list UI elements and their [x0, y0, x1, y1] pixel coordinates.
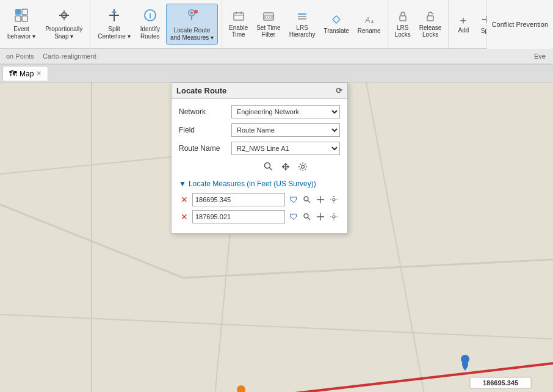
- conflict-prevention-label: Conflict Prevention: [486, 0, 553, 49]
- panel-settings-icon[interactable]: ⟳: [336, 86, 342, 95]
- lrs-hierarchy-icon: [297, 11, 308, 23]
- proportionally-snap-label: Proportionally Snap ▾: [45, 26, 82, 40]
- svg-point-53: [333, 198, 335, 201]
- svg-text:A: A: [364, 15, 370, 24]
- measure2-shield-icon[interactable]: 🛡: [287, 211, 300, 223]
- network-select[interactable]: Engineering Network: [231, 105, 340, 118]
- measure1-settings-icon[interactable]: [328, 194, 340, 206]
- split-centerline-label: Split Centerline ▾: [98, 26, 130, 40]
- add-button[interactable]: ＋ Add: [452, 13, 474, 35]
- rename-icon: A: [364, 14, 375, 26]
- svg-rect-2: [15, 16, 21, 21]
- measure2-pan-icon[interactable]: [314, 211, 327, 223]
- measure2-settings-icon[interactable]: [328, 211, 340, 223]
- measure1-input[interactable]: [192, 193, 285, 206]
- identify-routes-icon: i: [143, 8, 157, 24]
- panel-icon-row: [179, 160, 340, 173]
- field-row: Field Route Name: [179, 123, 340, 137]
- map-icon: 🗺: [9, 69, 17, 78]
- measures-section-header[interactable]: ▼ Locate Measures (in Feet (US Survey)): [179, 180, 340, 188]
- set-time-filter-button[interactable]: 00:00 Set Time Filter: [253, 10, 283, 39]
- event-behavior-button[interactable]: Event behavior ▾: [4, 5, 39, 43]
- measure1-pan-icon[interactable]: [314, 194, 327, 206]
- field-label: Field: [179, 126, 228, 134]
- measure1-delete[interactable]: ✕: [179, 195, 190, 205]
- proportionally-snap-icon: [57, 8, 71, 24]
- measure2-icons: 🛡: [287, 211, 340, 223]
- map-tabbar: 🗺 Map ✕: [0, 65, 553, 82]
- svg-rect-31: [427, 16, 433, 21]
- svg-rect-1: [22, 9, 27, 15]
- enable-time-icon: [233, 11, 244, 23]
- measure2-input[interactable]: [192, 210, 285, 223]
- time-group: Enable Time 00:00 Set Time Filter LRS H: [222, 0, 388, 48]
- measure2-search-icon[interactable]: [301, 211, 313, 223]
- release-locks-icon: [425, 11, 436, 23]
- network-label: Network: [179, 107, 228, 116]
- svg-line-52: [308, 201, 311, 203]
- set-time-filter-icon: 00:00: [263, 11, 274, 23]
- route-name-row: Route Name R2_NWS Line A1: [179, 142, 340, 155]
- panel-title: Locate Route: [176, 86, 226, 95]
- locate-route-button[interactable]: Locate Route and Measures ▾: [166, 4, 218, 45]
- settings-icon[interactable]: [296, 160, 309, 173]
- svg-point-45: [461, 355, 469, 363]
- svg-rect-3: [22, 16, 27, 21]
- release-locks-button[interactable]: Release Locks: [416, 10, 445, 39]
- proportionally-snap-button[interactable]: Proportionally Snap ▾: [42, 5, 86, 43]
- search-icon[interactable]: [262, 160, 275, 173]
- measures-label: Locate Measures (in Feet (US Survey)): [189, 180, 316, 188]
- field-select[interactable]: Route Name: [231, 123, 340, 137]
- pan-icon[interactable]: [279, 160, 292, 173]
- translate-icon: [331, 14, 342, 26]
- measure2-delete[interactable]: ✕: [179, 212, 190, 222]
- svg-point-48: [265, 163, 270, 169]
- release-locks-label: Release Locks: [419, 24, 442, 38]
- map-tab[interactable]: 🗺 Map ✕: [2, 66, 48, 81]
- translate-button[interactable]: Translate: [320, 13, 352, 35]
- map-tab-label: Map: [20, 70, 34, 78]
- set-time-filter-label: Set Time Filter: [256, 24, 280, 38]
- translate-label: Translate: [323, 27, 349, 34]
- route-name-select[interactable]: R2_NWS Line A1: [231, 142, 340, 155]
- svg-point-56: [333, 216, 335, 218]
- on-points-tab[interactable]: on Points: [2, 53, 38, 60]
- map-area: R2_NWS Line A1 186695.345 187695.021 Loc…: [0, 82, 553, 392]
- svg-marker-10: [112, 9, 117, 13]
- network-row: Network Engineering Network: [179, 105, 340, 118]
- carto-realignment-tab[interactable]: Carto-realignment: [39, 53, 100, 60]
- map-tab-close[interactable]: ✕: [36, 70, 42, 78]
- measure-row-1: ✕ 🛡: [179, 193, 340, 206]
- measure1-search-icon[interactable]: [301, 194, 313, 206]
- lrs-locks-button[interactable]: LRS Locks: [392, 10, 414, 39]
- event-behavior-label: Event behavior ▾: [7, 26, 35, 40]
- lrs-hierarchy-button[interactable]: LRS Hierarchy: [286, 10, 319, 39]
- svg-rect-30: [400, 16, 406, 21]
- secondary-tabbar: on Points Carto-realignment Eve: [0, 49, 553, 65]
- enable-time-button[interactable]: Enable Time: [226, 10, 251, 39]
- rename-button[interactable]: A Rename: [355, 13, 384, 35]
- toolbar: Event behavior ▾ Proportionally Snap ▾: [0, 0, 553, 49]
- events-tab[interactable]: Eve: [529, 53, 551, 60]
- split-centerline-button[interactable]: Split Centerline ▾: [94, 5, 134, 43]
- identify-routes-button[interactable]: i Identify Routes: [137, 5, 164, 43]
- collapse-icon: ▼: [179, 180, 186, 188]
- svg-rect-17: [234, 13, 244, 20]
- svg-point-54: [304, 214, 308, 218]
- locate-panel: Locate Route ⟳ Network Engineering Netwo…: [171, 82, 348, 234]
- svg-point-16: [194, 10, 198, 13]
- behavior-group: Event behavior ▾ Proportionally Snap ▾: [0, 0, 90, 48]
- lrs-locks-icon: [397, 11, 408, 23]
- measure1-icons: 🛡: [287, 194, 340, 206]
- svg-point-51: [304, 197, 308, 201]
- locate-route-icon: [183, 7, 200, 26]
- svg-line-49: [270, 168, 273, 171]
- locate-route-label: Locate Route and Measures ▾: [170, 27, 214, 42]
- measure1-shield-icon[interactable]: 🛡: [287, 194, 300, 206]
- panel-header: Locate Route ⟳: [172, 83, 347, 99]
- edit-group: Split Centerline ▾ i Identify Routes Lo: [90, 0, 222, 48]
- measure1-map-label: 186695.345: [483, 379, 518, 387]
- event-behavior-icon: [14, 8, 29, 24]
- add-label: Add: [458, 27, 469, 34]
- svg-point-15: [190, 12, 193, 14]
